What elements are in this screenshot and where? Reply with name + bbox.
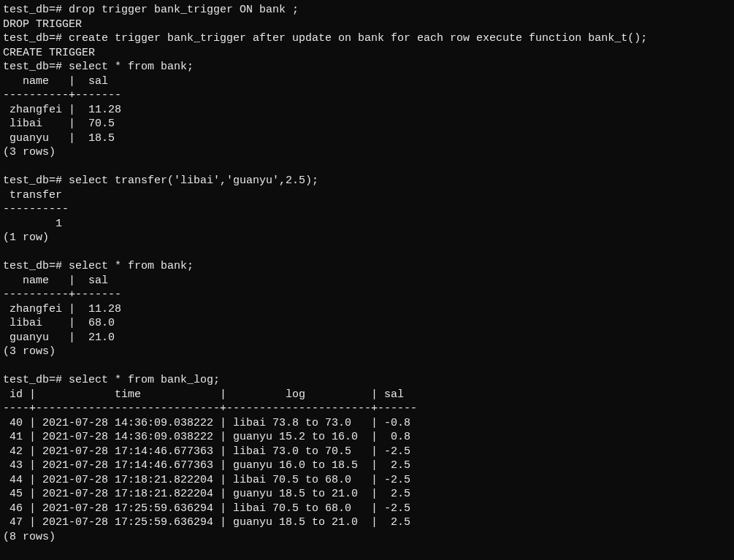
terminal-output[interactable]: test_db=# drop trigger bank_trigger ON b… <box>0 0 734 547</box>
